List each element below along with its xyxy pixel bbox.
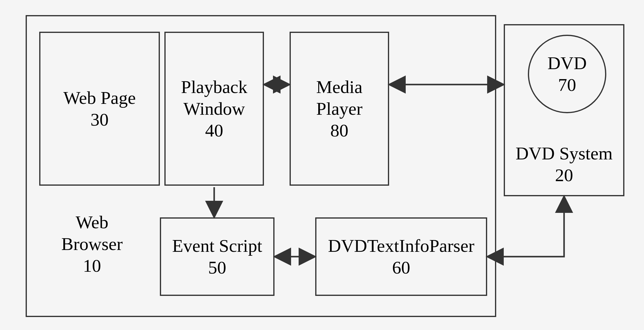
arrows-svg xyxy=(6,6,638,324)
diagram-canvas: Web Browser 10 Web Page 30 Playback Wind… xyxy=(6,6,638,324)
arrow-parser-dvdsystem xyxy=(489,198,564,257)
